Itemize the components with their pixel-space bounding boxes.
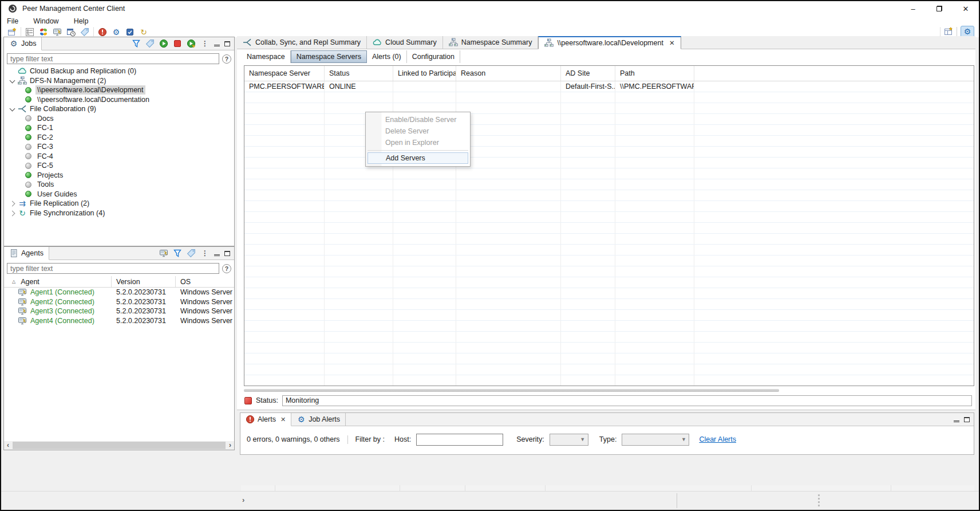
minimize-icon[interactable] xyxy=(954,417,959,422)
agent-row[interactable]: Agent3 (Connected)5.2.0.20230731Windows … xyxy=(4,306,234,316)
tree-item[interactable]: FC-3 xyxy=(4,142,234,152)
collapsed-chevron-icon[interactable] xyxy=(8,199,17,207)
agent-row[interactable]: Agent4 (Connected)5.2.0.20230731Windows … xyxy=(4,316,234,326)
tree-item[interactable]: FC-1 xyxy=(4,123,234,133)
tree-item[interactable]: Projects xyxy=(4,171,234,180)
table-column-header[interactable]: Namespace Server xyxy=(244,66,325,81)
agents-column-header[interactable]: △Agent xyxy=(4,276,112,287)
tree-item[interactable]: ⇉File Replication (2) xyxy=(4,199,234,209)
agent-row[interactable]: Agent1 (Connected)5.2.0.20230731Windows … xyxy=(4,288,234,297)
tree-item[interactable]: DFS-N Management (2) xyxy=(4,76,234,86)
schedule-icon[interactable] xyxy=(66,27,76,37)
agents-column-header[interactable]: OS xyxy=(176,276,234,287)
jobs-filter-input[interactable] xyxy=(7,53,219,64)
table-column-header[interactable]: Path xyxy=(615,66,694,81)
view-menu-icon[interactable]: ⋮ xyxy=(200,249,210,258)
job-alerts-icon[interactable]: ⚙ xyxy=(112,27,121,37)
alerts-panel-tab[interactable]: Alerts✕ xyxy=(240,413,291,426)
editor-tab[interactable]: Collab, Sync, and Repl Summary xyxy=(237,36,367,49)
subtab[interactable]: Namespace xyxy=(242,50,291,63)
scroll-left-icon[interactable]: ‹ xyxy=(4,441,12,450)
host-filter-input[interactable] xyxy=(416,434,503,446)
tree-item[interactable]: File Collaboration (9) xyxy=(4,104,234,114)
table-empty-row[interactable] xyxy=(244,299,974,310)
filter-icon[interactable] xyxy=(173,249,182,258)
agents-tab[interactable]: Agents xyxy=(4,247,49,260)
refresh-icon[interactable]: ↻ xyxy=(139,27,148,37)
severity-select[interactable]: ▼ xyxy=(550,434,588,446)
editor-tab[interactable]: Namespace Summary xyxy=(443,36,539,49)
subtab[interactable]: Configuration xyxy=(407,50,460,63)
views-list-icon[interactable] xyxy=(25,27,34,37)
tags-icon[interactable] xyxy=(80,27,89,37)
editor-tab[interactable]: \\peersoftware.local\Development✕ xyxy=(538,36,681,49)
help-icon[interactable]: ? xyxy=(222,264,231,273)
agent-summary-icon[interactable] xyxy=(53,27,62,37)
maximize-icon[interactable] xyxy=(964,417,970,422)
agents-column-header[interactable]: Version xyxy=(112,276,176,287)
tree-item[interactable]: \\peersoftware.local\Documentation xyxy=(4,95,234,105)
minimize-icon[interactable] xyxy=(214,251,220,256)
minimize-icon[interactable] xyxy=(214,41,220,46)
close-window-button[interactable]: ✕ xyxy=(953,1,979,16)
table-empty-row[interactable] xyxy=(244,168,974,179)
menu-help[interactable]: Help xyxy=(73,17,94,25)
subtab[interactable]: Alerts (0) xyxy=(367,50,407,63)
agents-horizontal-scrollbar[interactable]: ‹ › xyxy=(4,441,234,450)
tree-item[interactable]: Cloud Backup and Replication (0) xyxy=(4,66,234,76)
jobs-tab[interactable]: ⚙ Jobs xyxy=(4,37,42,50)
table-empty-row[interactable] xyxy=(244,223,974,234)
clear-alerts-link[interactable]: Clear Alerts xyxy=(699,435,736,443)
tree-item[interactable]: Tools xyxy=(4,180,234,190)
tree-item[interactable]: User Guides xyxy=(4,190,234,199)
table-empty-row[interactable] xyxy=(244,234,974,245)
drag-handle-icon[interactable] xyxy=(818,494,820,506)
table-empty-row[interactable] xyxy=(244,321,974,332)
restore-window-button[interactable] xyxy=(926,1,953,16)
table-empty-row[interactable] xyxy=(244,277,974,288)
expanded-chevron-icon[interactable] xyxy=(8,77,17,85)
trim-expand-icon[interactable]: › xyxy=(242,496,244,504)
tags-icon[interactable] xyxy=(145,39,155,48)
table-row[interactable]: PMC.PEERSOFTWARE.L...ONLINEDefault-First… xyxy=(244,81,974,92)
tree-item[interactable]: FC-2 xyxy=(4,133,234,143)
table-empty-row[interactable] xyxy=(244,92,974,103)
table-empty-row[interactable] xyxy=(244,332,974,343)
tree-item[interactable]: \\peersoftware.local\Development xyxy=(4,85,234,95)
table-column-header[interactable]: Status xyxy=(325,66,393,81)
tree-item[interactable]: Docs xyxy=(4,114,234,124)
start-with-options-icon[interactable] xyxy=(187,39,196,48)
type-select[interactable]: ▼ xyxy=(622,434,689,446)
table-empty-row[interactable] xyxy=(244,245,974,256)
table-empty-row[interactable] xyxy=(244,343,974,353)
filter-icon[interactable] xyxy=(132,39,141,48)
view-menu-icon[interactable]: ⋮ xyxy=(200,39,210,48)
table-empty-row[interactable] xyxy=(244,114,974,125)
tree-item[interactable]: FC-5 xyxy=(4,161,234,171)
tasks-icon[interactable] xyxy=(125,27,135,37)
table-empty-row[interactable] xyxy=(244,364,974,375)
agents-filter-input[interactable] xyxy=(7,263,219,274)
minimize-window-button[interactable]: – xyxy=(900,1,926,16)
menu-item[interactable]: Add Servers xyxy=(368,152,468,164)
close-tab-icon[interactable]: ✕ xyxy=(280,416,286,423)
open-perspective-icon[interactable] xyxy=(944,27,953,36)
collapsed-chevron-icon[interactable] xyxy=(8,209,17,217)
table-empty-row[interactable] xyxy=(244,201,974,212)
table-empty-row[interactable] xyxy=(244,353,974,364)
table-empty-row[interactable] xyxy=(244,375,974,386)
tree-item[interactable]: ↻File Synchronization (4) xyxy=(4,209,234,218)
scrollbar-thumb[interactable] xyxy=(13,442,226,449)
table-horizontal-scrollbar[interactable] xyxy=(244,389,779,392)
new-job-icon[interactable] xyxy=(7,27,17,37)
table-column-header[interactable]: Linked to Participa... xyxy=(393,66,456,81)
table-empty-row[interactable] xyxy=(244,179,974,190)
close-tab-icon[interactable]: ✕ xyxy=(669,39,675,47)
maximize-icon[interactable] xyxy=(224,41,230,46)
tags-icon[interactable] xyxy=(187,249,196,258)
subtab[interactable]: Namespace Servers xyxy=(291,50,367,63)
editor-tab[interactable]: Cloud Summary xyxy=(367,36,443,49)
table-empty-row[interactable] xyxy=(244,190,974,201)
table-empty-row[interactable] xyxy=(244,256,974,266)
maximize-icon[interactable] xyxy=(224,251,230,256)
